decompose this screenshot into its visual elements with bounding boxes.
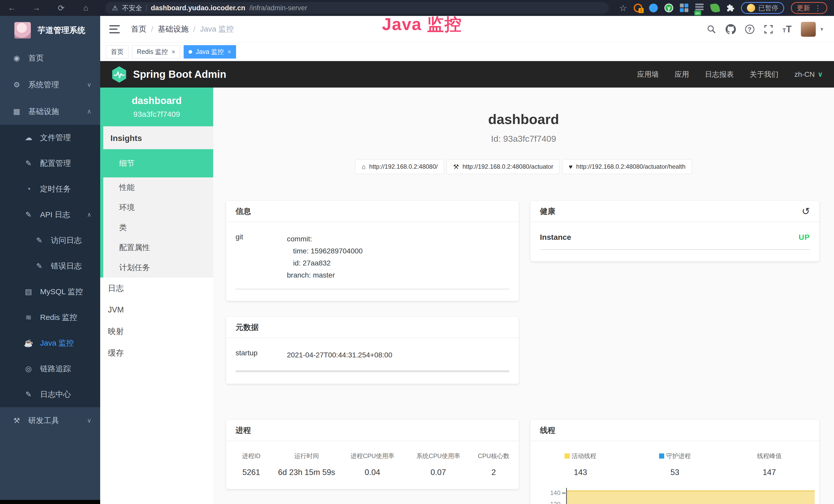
legend-peak-threads: 线程峰值 147 [722,452,816,477]
active-dot [189,50,192,54]
screen: ← → ⟳ ⌂ ⚠ 不安全 dashboard.yudao.iocoder.cn… [0,0,834,504]
fullscreen-icon[interactable] [764,24,773,34]
wrench-icon: ⚒ [453,163,459,170]
chevron-up-icon: ∧ [87,211,91,218]
grid-extension-icon[interactable] [680,4,688,12]
menu-dots-icon[interactable]: ⋮ [814,4,821,12]
sba-nav-applications[interactable]: 应用 [675,70,689,79]
sba-main: dashboard Id: 93a3fc7f7409 ⌂ http://192.… [213,88,834,504]
health-url-button[interactable]: ♥ http://192.168.0.2:48080/actuator/heal… [562,159,692,174]
github-icon[interactable] [726,24,736,35]
address-bar[interactable]: ⚠ 不安全 dashboard.yudao.iocoder.cn /infra/… [105,2,609,14]
leaf-extension-icon[interactable] [710,3,720,13]
divider [540,249,810,250]
trace-icon: ◎ [24,364,34,373]
sidebar-item-scheduled-jobs[interactable]: ◔ 定时任务 [0,176,100,202]
tags-view: 首页 Redis 监控 × Java 监控 × [100,43,834,61]
sba-item-environment[interactable]: 环境 [103,198,213,217]
divider [236,289,509,289]
sidebar-item-infra[interactable]: ▦ 基础设施 ∧ [0,98,100,125]
sba-language-select[interactable]: zh-CN ∨ [794,70,823,78]
sidebar-item-tracing[interactable]: ◎ 链路追踪 [0,356,100,382]
list-extension-icon[interactable]: on [695,4,704,12]
sidebar-item-error-log[interactable]: ✎ 错误日志 [0,253,100,279]
pin-extension-icon[interactable] [649,4,658,12]
sba-nav-journal[interactable]: 日志报表 [705,70,734,79]
breadcrumb-infra[interactable]: 基础设施 [158,24,189,35]
horizontal-scrollbar[interactable] [236,370,509,372]
sba-brand-name: Spring Boot Admin [133,69,226,80]
update-browser-button[interactable]: 更新 ⋮ [791,2,827,14]
sba-brand[interactable]: Spring Boot Admin [111,66,226,83]
caret-down-icon[interactable]: ▾ [820,26,823,32]
ytick-140: 140 [536,489,561,497]
tag-java-monitor[interactable]: Java 监控 × [184,45,236,59]
sba-group-label: Insights [103,126,213,149]
breadcrumb-home[interactable]: 首页 [131,24,147,35]
font-size-icon[interactable]: TT [783,24,792,35]
sba-item-mappings[interactable]: 映射 [100,321,213,342]
reload-icon[interactable]: ⟳ [56,3,66,13]
info-card: 信息 git commit: time: 1596289704000 id: 2… [226,201,519,301]
sidebar-item-system[interactable]: ⚙ 系统管理 ∨ [0,71,100,98]
sidebar-item-file-mgmt[interactable]: ☁ 文件管理 [0,125,100,151]
sba-item-scheduled-tasks[interactable]: 计划任务 [103,257,213,278]
legend-live-threads: 活动线程 143 [533,452,628,477]
sba-instance-sidebar: dashboard 93a3fc7f7409 Insights 细节 性能 环境… [100,88,213,504]
search-icon[interactable] [707,24,716,34]
sba-nav-wallboard[interactable]: 应用墙 [637,70,659,79]
service-url-button[interactable]: ⌂ http://192.168.0.2:48080/ [355,159,444,174]
sba-instance-header[interactable]: dashboard 93a3fc7f7409 [100,88,213,126]
security-label[interactable]: 不安全 [122,4,142,13]
sba-item-logs[interactable]: 日志 [100,278,213,299]
sba-item-details[interactable]: 细节 [100,149,213,177]
sidebar-item-dev-tools[interactable]: ⚒ 研发工具 ∨ [0,407,100,434]
tag-home[interactable]: 首页 [106,45,128,59]
hamburger-icon[interactable] [109,25,120,33]
cloud-upload-icon: ☁ [24,133,34,142]
sba-header: Spring Boot Admin 应用墙 应用 日志报表 关于我们 zh-CN… [100,61,834,88]
sba-insights-group: Insights 细节 性能 环境 类 配置属性 计划任务 [100,126,213,278]
sidebar-item-access-log[interactable]: ✎ 访问日志 [0,228,100,253]
sba-item-caches[interactable]: 缓存 [100,342,213,364]
help-icon[interactable]: ? [745,25,754,34]
sidebar-item-config-mgmt[interactable]: ✎ 配置管理 [0,151,100,176]
forward-icon[interactable]: → [31,3,42,13]
user-avatar[interactable] [801,22,816,37]
back-icon[interactable]: ← [7,3,17,13]
sidebar-item-redis-monitor[interactable]: ≋ Redis 监控 [0,304,100,330]
sidebar-item-java-monitor[interactable]: ☕ Java 监控 [0,330,100,356]
sidebar-item-api-log[interactable]: ✎ API 日志 ∧ [0,202,100,228]
info-key: git [236,233,287,281]
health-row[interactable]: Instance UP [540,233,810,242]
tag-redis-monitor[interactable]: Redis 监控 × [132,45,180,59]
sba-item-config-props[interactable]: 配置属性 [103,237,213,257]
home-icon[interactable]: ⌂ [81,3,91,13]
breadcrumb-separator: / [151,25,153,33]
sidebar-item-home[interactable]: ◉ 首页 [0,45,100,71]
sba-item-metrics[interactable]: 性能 [103,177,213,198]
history-icon[interactable]: ↺ [802,206,810,217]
close-icon[interactable]: × [227,48,231,55]
sba-logo-icon [111,66,127,83]
sidebar-item-log-center[interactable]: ✎ 日志中心 [0,382,100,407]
puzzle-extensions-icon[interactable] [726,4,734,12]
paused-profile-button[interactable]: 已暂停 [741,2,784,14]
threads-card: 线程 活动线程 143 守护进程 53 线程峰值 147 [530,420,819,504]
bookmark-star-icon[interactable]: ☆ [619,3,627,13]
actuator-url-button[interactable]: ⚒ http://192.168.0.2:48080/actuator [447,159,560,174]
y-extension-icon[interactable]: y [664,4,673,12]
sync-extension-icon[interactable]: 1 [634,4,642,12]
infra-submenu: ☁ 文件管理 ✎ 配置管理 ◔ 定时任务 ✎ API 日志 ∧ ✎ 访问日志 ✎ [0,125,100,407]
stat-system-cpu: 系统CPU使用率 0.07 [405,452,471,477]
breadcrumb-separator: / [193,25,195,33]
instance-id-line: Id: 93a3fc7f7409 [213,134,834,144]
sba-nav-about[interactable]: 关于我们 [750,70,778,79]
sba-item-jvm[interactable]: JVM [100,299,213,321]
app-logo-row[interactable]: 芋道管理系统 [0,16,100,45]
sba-item-classes[interactable]: 类 [103,217,213,237]
sidebar-item-mysql-monitor[interactable]: ▤ MySQL 监控 [0,279,100,304]
close-icon[interactable]: × [172,48,175,55]
java-icon: ☕ [24,339,34,347]
ytick-120: 120 [536,501,561,504]
